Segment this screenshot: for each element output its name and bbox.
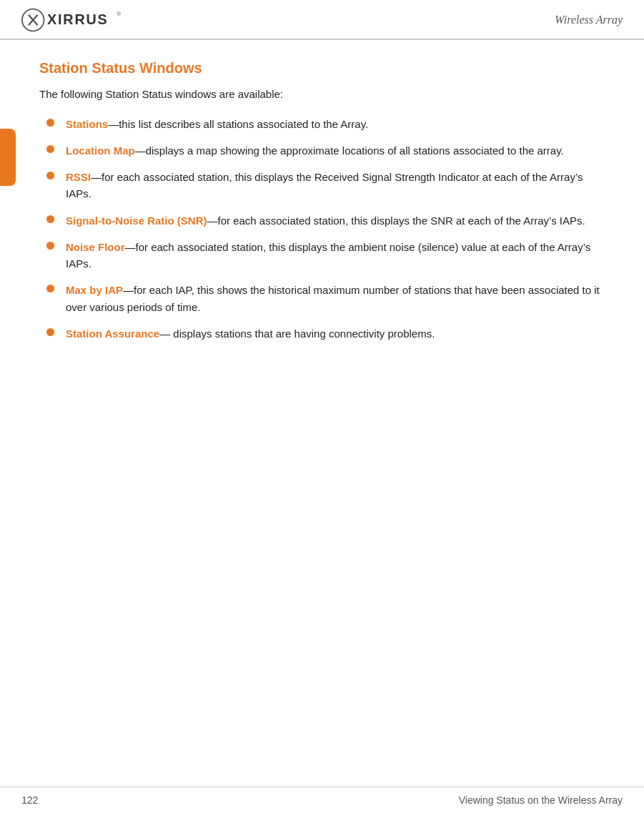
list-item-text: Signal-to-Noise Ratio (SNR)—for each ass… [66, 212, 585, 229]
list-item: Signal-to-Noise Ratio (SNR)—for each ass… [46, 212, 605, 229]
xirrus-logo: XIRRUS ® [21, 7, 124, 33]
item-term: Signal-to-Noise Ratio (SNR) [66, 215, 207, 227]
list-item: Location Map—displays a map showing the … [46, 142, 605, 159]
item-term: Location Map [66, 144, 135, 157]
bullet-icon [46, 215, 54, 223]
list-item: RSSI—for each associated station, this d… [46, 169, 605, 202]
page-number: 122 [21, 794, 38, 806]
left-tab-decoration [0, 129, 16, 186]
svg-text:®: ® [117, 11, 121, 17]
bullet-icon [46, 119, 54, 127]
svg-text:XIRRUS: XIRRUS [47, 11, 109, 27]
item-term: Station Assurance [66, 327, 159, 340]
header-title: Wireless Array [555, 14, 623, 26]
feature-list: Stations—this list describes all station… [39, 116, 605, 343]
bullet-icon [46, 328, 54, 336]
list-item-text: Noise Floor—for each associated station,… [66, 239, 605, 272]
intro-paragraph: The following Station Status windows are… [39, 87, 605, 103]
list-item-text: RSSI—for each associated station, this d… [66, 169, 605, 202]
list-item-text: Stations—this list describes all station… [66, 116, 368, 132]
list-item: Noise Floor—for each associated station,… [46, 239, 605, 272]
logo-area: XIRRUS ® [21, 7, 124, 33]
bullet-icon [46, 145, 54, 153]
footer-chapter-title: Viewing Status on the Wireless Array [459, 794, 623, 806]
item-term: Max by IAP [66, 284, 123, 296]
item-term: Noise Floor [66, 241, 125, 253]
list-item: Station Assurance— displays stations tha… [46, 325, 605, 342]
main-content: Station Status Windows The following Sta… [0, 40, 644, 385]
list-item: Stations—this list describes all station… [46, 116, 605, 132]
bullet-icon [46, 172, 54, 179]
bullet-icon [46, 242, 54, 250]
list-item: Max by IAP—for each IAP, this shows the … [46, 282, 605, 315]
page-footer: 122 Viewing Status on the Wireless Array [0, 787, 644, 813]
section-heading: Station Status Windows [39, 60, 605, 77]
item-term: RSSI [66, 171, 91, 183]
item-term: Stations [66, 118, 108, 130]
page-header: XIRRUS ® Wireless Array [0, 0, 644, 40]
list-item-text: Station Assurance— displays stations tha… [66, 325, 435, 342]
list-item-text: Max by IAP—for each IAP, this shows the … [66, 282, 605, 315]
list-item-text: Location Map—displays a map showing the … [66, 142, 564, 159]
bullet-icon [46, 285, 54, 292]
